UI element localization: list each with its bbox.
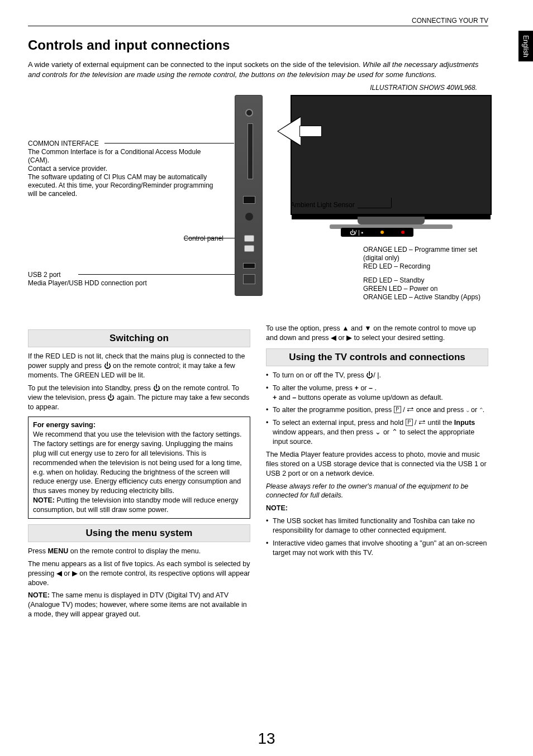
usb-title: USB 2 port [28,271,196,279]
text: . [373,384,377,392]
menu-system-heading: Using the menu system [28,524,250,542]
intro-block: A wide variety of external equipment can… [28,60,488,79]
led-panel: ⏻/ | ▪ [341,228,413,237]
usb-callout: USB 2 port Media Player/USB HDD connecti… [28,271,196,288]
text: or [359,384,369,392]
common-interface-callout: COMMON INTERFACE The Common Interface is… [28,140,223,198]
note-label: NOTE: [33,496,55,504]
red-led-icon [401,231,404,234]
red-led-desc: RED LED – Recording [363,262,488,271]
ambient-sensor-label: Ambient Light Sensor [291,201,355,209]
text: window appears, and then press ⌄ or ⌃ to… [273,428,474,446]
ci-body-3: The software updating of CI Plus CAM may… [28,173,223,198]
text: To select an external input, press and h… [273,419,454,427]
text: Press [28,547,47,555]
orange-led-desc: ORANGE LED – Programme timer set (digita… [363,246,488,262]
list-item: To alter the programme position, press 🄿… [266,405,488,415]
refer-manual-text: Please always refer to the owner's manua… [266,482,488,501]
control-panel-callout: Control panel [140,235,223,243]
diagram: ILLUSTRATION SHOWS 40WL968. Ambient Ligh… [28,84,488,318]
tv-front [291,95,492,215]
green-led-desc: GREEN LED – Power on [363,285,480,293]
energy-note: NOTE: Putting the television into standb… [33,496,245,515]
switching-on-heading: Switching on [28,329,250,347]
language-tab: English [518,31,533,61]
note-text: Putting the television into standby mode… [33,496,239,514]
two-column-layout: Switching on If the RED LED is not lit, … [28,324,488,623]
switching-on-p2: To put the television into Standby, pres… [28,384,250,412]
tv-stand [358,217,425,224]
left-column: Switching on If the RED LED is not lit, … [28,324,250,623]
right-column: To use the option, press ▲ and ▼ on the … [266,324,488,623]
menu-key: MENU [47,547,68,555]
tv-controls-heading: Using the TV controls and connections [266,348,488,366]
note-label: NOTE: [28,591,50,599]
option-use-text: To use the option, press ▲ and ▼ on the … [266,324,488,343]
inputs-label: Inputs [454,419,475,427]
section-header: CONNECTING YOUR TV [28,17,488,26]
tv-side-panel [235,95,263,296]
red-standby-desc: RED LED – Standby [363,276,480,285]
note-list: The USB socket has limited functionality… [266,516,488,558]
ci-title: COMMON INTERFACE [28,140,223,148]
orange-active-desc: ORANGE LED – Active Standby (Apps) [363,293,480,302]
page-title: Controls and input connections [28,37,511,53]
page-number: 13 [0,730,533,748]
note-text: The same menu is displayed in DTV (Digit… [28,591,247,618]
power-icon: ⏻ [107,393,115,403]
intro-line1: A wide variety of external equipment can… [28,60,360,69]
list-item: To select an external input, press and h… [266,418,488,447]
text: To put the television into Standby, pres… [28,384,153,392]
text: buttons operate as volume up/down as def… [296,394,443,401]
note-label: NOTE: [266,504,488,513]
orange-led-icon [380,231,384,234]
minus-key: – [369,384,373,392]
list-item: The USB socket has limited functionality… [266,516,488,535]
menu-p1: Press MENU on the remote control to disp… [28,547,250,556]
energy-saving-box: For energy saving: We recommend that you… [28,417,250,519]
menu-note: NOTE: The same menu is displayed in DTV … [28,591,250,619]
power-icon: ⏻ [104,361,111,371]
menu-p2: The menu appears as a list of five topic… [28,559,250,588]
energy-body: We recommend that you use the television… [33,430,245,496]
plus-key: + [355,384,359,392]
media-player-text: The Media Player feature provides access… [266,450,488,479]
ci-body-1: The Common Interface is for a Conditiona… [28,148,223,165]
list-item: Interactive video games that involve sho… [266,539,488,558]
led-group-2: RED LED – Standby GREEN LED – Power on O… [363,276,480,302]
text: on the remote control to display the men… [68,547,201,555]
text: To alter the volume, press [273,384,355,392]
usb-body: Media Player/USB HDD connection port [28,279,196,288]
switching-on-p1: If the RED LED is not lit, check that th… [28,352,250,380]
diagram-caption: ILLUSTRATION SHOWS 40WL968. [370,84,477,92]
energy-title: For energy saving: [33,420,245,430]
list-item: To alter the volume, press + or – . + an… [266,384,488,403]
controls-list: To turn on or off the TV, press ⏻/ |. To… [266,371,488,447]
text: and [277,394,292,401]
power-icon: ⏻/ | ▪ [350,229,363,236]
ci-body-2: Contact a service provider. [28,165,223,173]
list-item: To turn on or off the TV, press ⏻/ |. [266,371,488,380]
led-group-1: ORANGE LED – Programme timer set (digita… [363,246,488,271]
power-icon: ⏻ [153,384,160,393]
